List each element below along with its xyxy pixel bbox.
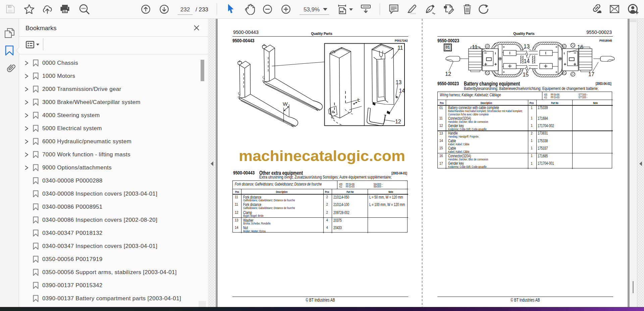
svg-text:L: L [358, 97, 361, 103]
svg-text:16: 16 [577, 44, 583, 50]
svg-text:13: 13 [396, 79, 402, 85]
svg-text:17: 17 [588, 71, 594, 77]
svg-text:15: 15 [523, 71, 529, 77]
svg-text:W: W [283, 101, 288, 107]
svg-text:11: 11 [472, 44, 478, 50]
svg-text:12: 12 [395, 118, 401, 124]
svg-text:14: 14 [399, 88, 405, 94]
svg-text:11: 11 [397, 45, 403, 51]
svg-text:14: 14 [524, 58, 530, 64]
svg-text:12: 12 [445, 71, 451, 77]
svg-text:13: 13 [524, 43, 530, 49]
